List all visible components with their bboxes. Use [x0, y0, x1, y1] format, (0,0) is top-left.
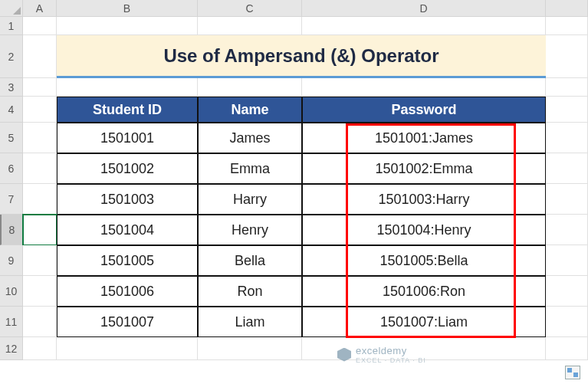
table-cell-name[interactable]: Emma	[198, 153, 302, 184]
watermark-sub: EXCEL · DATA · BI	[356, 356, 426, 364]
row-header-6[interactable]: 6	[0, 153, 23, 184]
cell-a3[interactable]	[23, 78, 57, 97]
col-header-d[interactable]: D	[302, 0, 546, 17]
watermark: exceldemy EXCEL · DATA · BI	[337, 345, 426, 364]
cell-a11[interactable]	[23, 307, 57, 337]
table-cell-name[interactable]: Liam	[198, 307, 302, 337]
table-cell-name[interactable]: Henry	[198, 215, 302, 245]
row-header-12[interactable]: 12	[0, 337, 23, 360]
table-header-id: Student ID	[57, 97, 198, 123]
page-title: Use of Ampersand (&) Operator	[57, 35, 546, 78]
table-cell-id[interactable]: 1501003	[57, 184, 198, 215]
cell-e5[interactable]	[546, 123, 588, 153]
cell-b1[interactable]	[57, 17, 198, 35]
cell-b3[interactable]	[57, 78, 198, 97]
row-header-5[interactable]: 5	[0, 123, 23, 153]
cell-e11[interactable]	[546, 307, 588, 337]
cell-a2[interactable]	[23, 35, 57, 78]
page-layout-icon[interactable]	[565, 366, 580, 379]
cell-c3[interactable]	[198, 78, 302, 97]
cell-e3[interactable]	[546, 78, 588, 97]
cell-a8[interactable]	[23, 215, 57, 245]
table-cell-pw[interactable]: 1501007:Liam	[302, 307, 546, 337]
cell-a6[interactable]	[23, 153, 57, 184]
cell-e1[interactable]	[546, 17, 588, 35]
cell-d1[interactable]	[302, 17, 546, 35]
table-cell-pw[interactable]: 1501003:Harry	[302, 184, 546, 215]
col-header-b[interactable]: B	[57, 0, 198, 17]
cell-c1[interactable]	[198, 17, 302, 35]
cell-e6[interactable]	[546, 153, 588, 184]
table-cell-pw[interactable]: 1501004:Henry	[302, 215, 546, 245]
table-header-password: Password	[302, 97, 546, 123]
table-header-name: Name	[198, 97, 302, 123]
table-cell-pw[interactable]: 1501002:Emma	[302, 153, 546, 184]
cell-e8[interactable]	[546, 215, 588, 245]
col-header-blank[interactable]	[546, 0, 588, 17]
col-header-a[interactable]: A	[23, 0, 57, 17]
row-header-8[interactable]: 8	[0, 215, 23, 245]
select-all-corner[interactable]	[0, 0, 23, 17]
table-cell-id[interactable]: 1501002	[57, 153, 198, 184]
col-header-c[interactable]: C	[198, 0, 302, 17]
cell-a7[interactable]	[23, 184, 57, 215]
table-cell-pw[interactable]: 1501006:Ron	[302, 276, 546, 307]
cell-e4[interactable]	[546, 97, 588, 123]
table-cell-pw[interactable]: 1501001:James	[302, 123, 546, 153]
spreadsheet-grid: A B C D 1 2 Use of Ampersand (&) Operato…	[0, 0, 588, 360]
cell-e7[interactable]	[546, 184, 588, 215]
cell-e10[interactable]	[546, 276, 588, 307]
row-header-11[interactable]: 11	[0, 307, 23, 337]
cell-e2[interactable]	[546, 35, 588, 78]
table-cell-name[interactable]: James	[198, 123, 302, 153]
watermark-logo-icon	[337, 348, 351, 362]
row-header-10[interactable]: 10	[0, 276, 23, 307]
table-cell-id[interactable]: 1501006	[57, 276, 198, 307]
table-cell-name[interactable]: Harry	[198, 184, 302, 215]
table-cell-id[interactable]: 1501007	[57, 307, 198, 337]
row-header-3[interactable]: 3	[0, 78, 23, 97]
table-cell-id[interactable]: 1501005	[57, 245, 198, 276]
table-cell-name[interactable]: Bella	[198, 245, 302, 276]
cell-a10[interactable]	[23, 276, 57, 307]
cell-a5[interactable]	[23, 123, 57, 153]
cell-e12[interactable]	[546, 337, 588, 360]
cell-a1[interactable]	[23, 17, 57, 35]
cell-b12[interactable]	[57, 337, 198, 360]
cell-d3[interactable]	[302, 78, 546, 97]
cell-a9[interactable]	[23, 245, 57, 276]
cell-a12[interactable]	[23, 337, 57, 360]
table-cell-pw[interactable]: 1501005:Bella	[302, 245, 546, 276]
cell-c12[interactable]	[198, 337, 302, 360]
table-cell-id[interactable]: 1501004	[57, 215, 198, 245]
row-header-9[interactable]: 9	[0, 245, 23, 276]
row-header-7[interactable]: 7	[0, 184, 23, 215]
table-cell-name[interactable]: Ron	[198, 276, 302, 307]
row-header-4[interactable]: 4	[0, 97, 23, 123]
row-header-1[interactable]: 1	[0, 17, 23, 35]
watermark-brand: exceldemy	[356, 345, 407, 356]
row-header-2[interactable]: 2	[0, 35, 23, 78]
cell-a4[interactable]	[23, 97, 57, 123]
cell-e9[interactable]	[546, 245, 588, 276]
table-cell-id[interactable]: 1501001	[57, 123, 198, 153]
